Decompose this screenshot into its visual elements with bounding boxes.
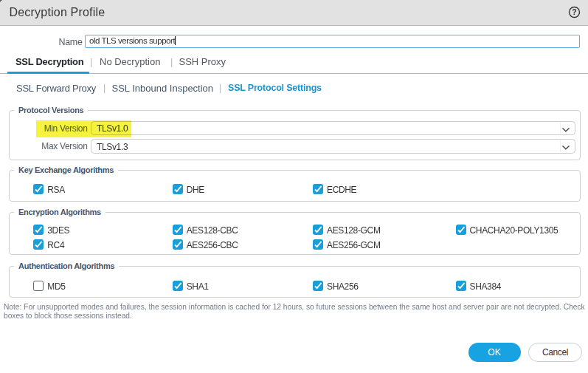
svg-text:?: ? [572,7,576,16]
